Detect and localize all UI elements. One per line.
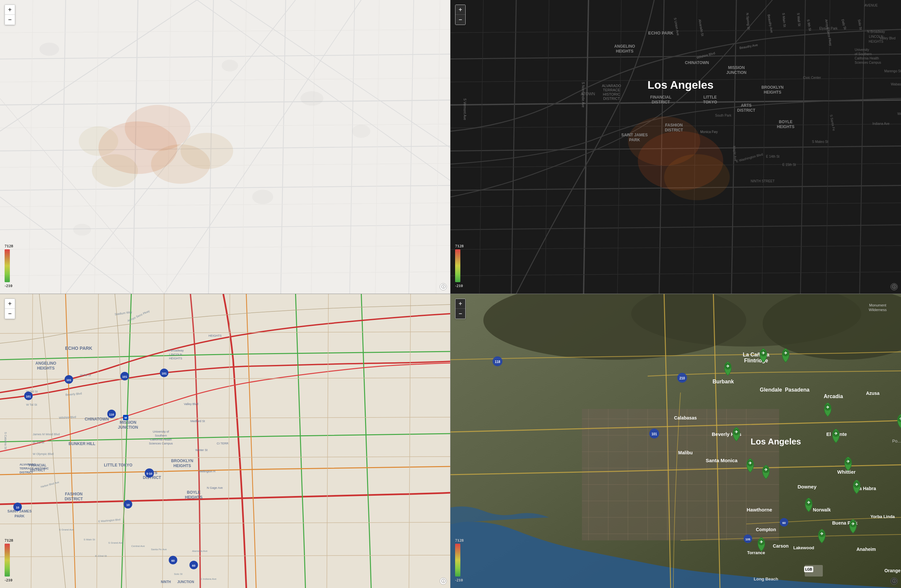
- svg-text:5·10: 5·10: [147, 472, 153, 475]
- svg-text:ARTS: ARTS: [741, 103, 752, 108]
- svg-text:Wellington: Wellington: [897, 112, 901, 116]
- svg-text:Malibu: Malibu: [678, 450, 693, 455]
- svg-text:60: 60: [783, 521, 786, 524]
- svg-text:Torrance: Torrance: [747, 550, 765, 555]
- svg-text:LITTLE TOKYO: LITTLE TOKYO: [104, 463, 132, 467]
- svg-text:ANGELINO: ANGELINO: [36, 361, 56, 366]
- svg-text:Los Angeles: Los Angeles: [648, 78, 714, 91]
- svg-text:Los Angeles: Los Angeles: [750, 437, 801, 446]
- svg-text:✈: ✈: [735, 430, 738, 434]
- svg-text:ALVARADO: ALVARADO: [602, 84, 621, 88]
- svg-text:California Health: California Health: [855, 56, 879, 60]
- dark-map-svg: Los Angeles ECHO PARK ANGELINO HEIGHTS C…: [450, 0, 901, 294]
- svg-text:✈: ✈: [807, 500, 810, 505]
- svg-text:Alameda Ave: Alameda Ave: [192, 549, 208, 552]
- svg-text:PARK: PARK: [14, 514, 24, 518]
- svg-text:ANGELINO: ANGELINO: [614, 44, 635, 48]
- svg-point-40: [222, 60, 238, 72]
- svg-text:Wellington H: Wellington H: [199, 470, 215, 473]
- svg-text:Norwalk: Norwalk: [813, 507, 831, 512]
- svg-text:✈: ✈: [820, 532, 823, 536]
- bottom-right-panel: 118 210 101 60 105 LGB La Cañada Flintri…: [450, 294, 901, 588]
- svg-text:Valley Blvd: Valley Blvd: [184, 402, 198, 406]
- bottom-left-info-button[interactable]: ⓘ: [440, 577, 447, 585]
- svg-text:Solo St: Solo St: [174, 572, 183, 576]
- tr-legend-min: -210: [455, 283, 463, 288]
- zoom-out-button-bl[interactable]: −: [5, 309, 15, 319]
- zoom-in-button-bl[interactable]: +: [5, 299, 15, 309]
- bottom-left-legend: 7128 -210: [5, 538, 13, 582]
- top-right-info-button[interactable]: ⓘ: [890, 283, 898, 290]
- svg-text:✈: ✈: [855, 482, 858, 487]
- bottom-left-panel: ECHO PARK ANGELINO HEIGHTS CHINATOWN MIS…: [0, 294, 450, 588]
- svg-text:✈: ✈: [826, 405, 829, 410]
- svg-text:118: 118: [495, 360, 500, 364]
- zoom-in-button-br[interactable]: +: [455, 299, 465, 309]
- svg-text:✈: ✈: [834, 431, 837, 436]
- svg-point-43: [252, 190, 273, 204]
- svg-text:DISTRICT: DISTRICT: [65, 497, 83, 501]
- svg-text:Santa Fe Ave: Santa Fe Ave: [151, 548, 167, 551]
- svg-text:Compton: Compton: [756, 527, 776, 532]
- svg-text:NINTH: NINTH: [161, 580, 171, 584]
- svg-text:E-22nd St: E-22nd St: [95, 554, 107, 557]
- bl-legend-bar: [5, 544, 10, 577]
- svg-text:S Main St: S Main St: [84, 538, 95, 541]
- svg-text:HEIGHTS: HEIGHTS: [169, 357, 182, 360]
- svg-text:101: 101: [122, 375, 127, 378]
- bottom-right-legend: 7128 -210: [455, 538, 464, 582]
- svg-text:TERRACE HISTORIC: TERRACE HISTORIC: [20, 467, 49, 470]
- svg-point-38: [79, 126, 118, 156]
- svg-text:Glendale: Glendale: [760, 387, 782, 392]
- bottom-right-info-button[interactable]: ⓘ: [890, 577, 898, 585]
- svg-text:LGB: LGB: [805, 568, 812, 571]
- svg-text:✈: ✈: [784, 351, 787, 355]
- svg-text:HEIGHTS: HEIGHTS: [616, 49, 633, 54]
- svg-text:HEIGHTS: HEIGHTS: [869, 40, 884, 44]
- svg-text:Yorba Linda: Yorba Linda: [870, 514, 895, 519]
- svg-text:N Gage Ave: N Gage Ave: [207, 486, 223, 490]
- top-left-info-button[interactable]: ⓘ: [440, 283, 447, 290]
- svg-text:TERRACE: TERRACE: [603, 88, 620, 92]
- svg-text:W Tal St: W Tal St: [80, 373, 91, 377]
- svg-text:BUNKER HILL: BUNKER HILL: [69, 442, 95, 446]
- svg-text:Indiana Ave: Indiana Ave: [872, 122, 890, 126]
- svg-text:Monument: Monument: [869, 303, 886, 307]
- svg-text:HEIGHTS: HEIGHTS: [764, 90, 781, 95]
- svg-text:105: 105: [745, 538, 750, 541]
- svg-text:E 14th St: E 14th St: [766, 155, 779, 158]
- svg-point-41: [300, 91, 323, 106]
- svg-text:HEIGHTS: HEIGHTS: [777, 124, 794, 129]
- svg-text:60: 60: [171, 559, 175, 562]
- svg-text:Burbank: Burbank: [713, 379, 734, 384]
- svg-text:Orange: Orange: [884, 568, 900, 573]
- svg-text:DISTRICT: DISTRICT: [652, 100, 670, 104]
- zoom-in-button-tr[interactable]: +: [455, 5, 465, 15]
- svg-text:Civic Center: Civic Center: [803, 76, 821, 79]
- zoom-out-button-tr[interactable]: −: [455, 15, 465, 25]
- zoom-out-button[interactable]: −: [5, 15, 15, 25]
- br-legend-bar: [455, 544, 460, 577]
- svg-text:M: M: [125, 416, 127, 420]
- legend-max-label: 7128: [5, 244, 13, 248]
- zoom-out-button-br[interactable]: −: [455, 309, 465, 319]
- svg-point-39: [39, 43, 59, 56]
- svg-text:PARK: PARK: [629, 138, 640, 142]
- top-right-legend: 7128 -210: [455, 244, 464, 288]
- svg-text:JUNCTION: JUNCTION: [726, 70, 746, 75]
- svg-text:ECHO PARK: ECHO PARK: [648, 31, 673, 36]
- svg-text:TOKYO: TOKYO: [703, 100, 717, 104]
- svg-text:101: 101: [26, 395, 31, 398]
- svg-text:Valley Blvd: Valley Blvd: [880, 36, 896, 40]
- svg-text:ECHO PARK: ECHO PARK: [65, 345, 92, 351]
- svg-text:Arcadia: Arcadia: [824, 394, 843, 399]
- svg-point-37: [181, 133, 233, 169]
- svg-text:✈: ✈: [748, 461, 752, 465]
- svg-text:10: 10: [16, 506, 19, 509]
- zoom-in-button[interactable]: +: [5, 5, 15, 15]
- svg-text:California Health: California Health: [150, 438, 172, 441]
- legend-min-label: -210: [5, 283, 12, 288]
- svg-text:BOYLE: BOYLE: [779, 120, 792, 124]
- svg-text:ALVARADO: ALVARADO: [20, 463, 36, 466]
- svg-text:FASHION: FASHION: [65, 492, 83, 496]
